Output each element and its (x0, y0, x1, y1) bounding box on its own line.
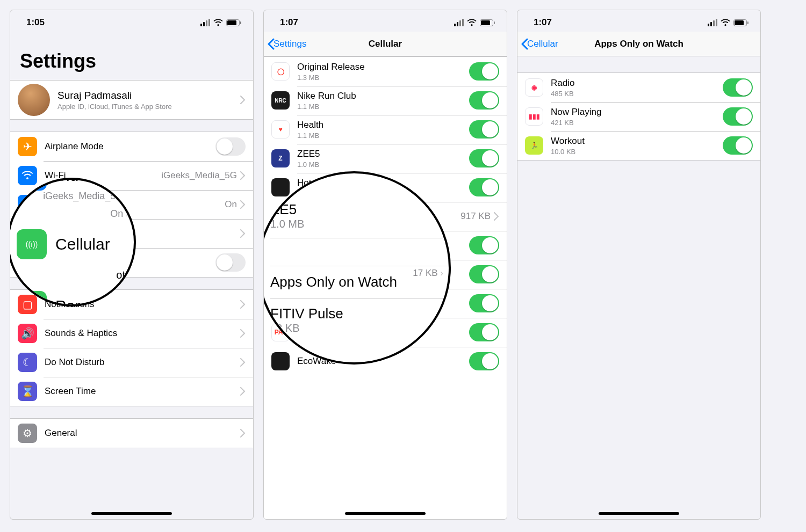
battery-icon (226, 19, 241, 26)
svg-rect-1 (227, 20, 236, 25)
app-toggle[interactable] (469, 178, 499, 196)
hotspot-icon: ⚭ (18, 253, 37, 272)
app-toggle[interactable] (469, 294, 499, 312)
app-icon: ◯ (271, 62, 290, 81)
bluetooth-label: Bluetooth (45, 199, 225, 210)
app-toggle[interactable] (469, 236, 499, 254)
app-name: Radio (551, 78, 723, 89)
cellular-label: Cellular (45, 228, 240, 239)
cellular-app-row[interactable]: Apps Only on Watch917 KB (264, 202, 507, 231)
status-time: 1:05 (26, 17, 45, 28)
app-name: EcoWake (297, 356, 469, 367)
cellular-signal-icon (708, 19, 718, 26)
cellular-app-row[interactable]: Hotstar999 KB (264, 173, 507, 202)
bluetooth-row[interactable]: ⌘ Bluetooth On (10, 190, 253, 219)
back-button[interactable]: Cellular (521, 38, 558, 50)
cellular-row[interactable]: ((•)) Cellular (10, 219, 253, 248)
status-time: 1:07 (280, 17, 298, 28)
hotspot-row[interactable]: ⚭ Personal Hotspot (10, 248, 253, 277)
app-name: Health (297, 120, 469, 130)
chevron-right-icon (240, 96, 246, 104)
back-button[interactable]: Settings (267, 38, 306, 50)
app-size: 1.1 MB (297, 103, 469, 111)
cellular-app-row[interactable]: ★iMovie516 KB (264, 260, 507, 289)
nav-bar: Settings Cellular (264, 32, 507, 56)
wifi-icon (721, 19, 730, 26)
app-size: 365 KB (297, 334, 469, 342)
app-name: FITIV Pulse (297, 236, 469, 246)
cellular-app-row[interactable]: FITIV Pulse872 KB (264, 231, 507, 260)
app-toggle[interactable] (723, 107, 753, 126)
wifi-icon (213, 19, 223, 26)
app-size: 1.0 MB (297, 161, 469, 169)
general-row[interactable]: ⚙ General (10, 419, 253, 448)
cellular-app-row[interactable]: PAYPayZapp365 KB (264, 318, 507, 347)
app-toggle[interactable] (469, 91, 499, 110)
app-toggle[interactable] (469, 120, 499, 139)
app-toggle[interactable] (469, 352, 499, 370)
chevron-right-icon (240, 387, 246, 396)
app-name: Workout (551, 136, 723, 147)
app-icon (271, 236, 290, 254)
profile-row[interactable]: Suraj Padmasali Apple ID, iCloud, iTunes… (10, 81, 253, 119)
cellular-app-row[interactable]: NRCNike Run Club1.1 MB (264, 86, 507, 115)
airplane-toggle[interactable] (215, 137, 246, 156)
app-icon: ▮▮▮ (525, 107, 543, 126)
home-indicator (345, 512, 426, 515)
cellular-app-row[interactable]: ◯Original Release1.3 MB (264, 57, 507, 86)
home-indicator (599, 512, 679, 515)
app-toggle[interactable] (723, 78, 753, 97)
svg-rect-8 (747, 21, 749, 24)
cellular-app-row[interactable]: GGrammarly391 KB (264, 289, 507, 318)
notifications-row[interactable]: ▢ Notifications (10, 290, 253, 319)
app-toggle[interactable] (723, 136, 753, 155)
app-icon: PAY (271, 323, 290, 341)
wifi-value: iGeeks_Media_5G (161, 170, 237, 181)
bluetooth-value: On (225, 199, 237, 210)
dnd-row[interactable]: ☾ Do Not Disturb (10, 348, 253, 377)
app-size: 421 KB (551, 119, 723, 127)
app-size: 10.0 KB (551, 148, 723, 156)
app-name: Now Playing (551, 107, 723, 118)
app-size: 917 KB (460, 211, 491, 222)
app-icon: G (271, 294, 290, 312)
watch-app-row[interactable]: ▮▮▮Now Playing421 KB (517, 102, 760, 131)
svg-rect-5 (494, 21, 495, 24)
cellular-app-row[interactable]: EcoWake (264, 347, 507, 376)
app-size: 872 KB (297, 247, 469, 256)
battery-icon (733, 19, 749, 26)
wifi-row[interactable]: Wi-Fi iGeeks_Media_5G (10, 161, 253, 190)
svg-rect-2 (240, 21, 241, 24)
app-name: PayZapp (297, 323, 469, 333)
app-size: 391 KB (297, 305, 469, 314)
sounds-row[interactable]: 🔊 Sounds & Haptics (10, 319, 253, 348)
bluetooth-icon: ⌘ (18, 195, 37, 214)
airplane-mode-row[interactable]: ✈ Airplane Mode (10, 132, 253, 161)
cellular-app-row[interactable]: ♥Health1.1 MB (264, 115, 507, 144)
app-name: Apps Only on Watch (297, 211, 460, 222)
screentime-row[interactable]: ⌛ Screen Time (10, 377, 253, 406)
hotspot-label: Personal Hotspot (45, 257, 215, 268)
battery-icon (480, 19, 495, 26)
nav-bar: Cellular Apps Only on Watch (517, 32, 760, 56)
watch-app-row[interactable]: 🏃Workout10.0 KB (517, 131, 760, 160)
wifi-label: Wi-Fi (45, 170, 161, 181)
chevron-right-icon (494, 212, 499, 221)
chevron-right-icon (240, 229, 246, 238)
phone-apps-only-on-watch: 1:07 Cellular Apps Only on Watch ◉Radio4… (517, 10, 761, 520)
app-name: Hotstar (297, 178, 469, 188)
chevron-right-icon (240, 171, 246, 180)
dnd-icon: ☾ (18, 353, 37, 372)
watch-app-row[interactable]: ◉Radio485 KB (517, 73, 760, 102)
app-name: iMovie (297, 265, 469, 275)
cellular-icon: ((•)) (18, 224, 37, 243)
app-toggle[interactable] (469, 265, 499, 283)
app-toggle[interactable] (469, 62, 499, 81)
profile-sub: Apple ID, iCloud, iTunes & App Store (57, 103, 240, 111)
app-toggle[interactable] (469, 323, 499, 341)
hotspot-toggle[interactable] (215, 253, 246, 272)
cellular-app-row[interactable]: ZZEE51.0 MB (264, 144, 507, 173)
wifi-setting-icon (18, 166, 37, 185)
notifications-icon: ▢ (18, 295, 37, 314)
app-toggle[interactable] (469, 149, 499, 167)
